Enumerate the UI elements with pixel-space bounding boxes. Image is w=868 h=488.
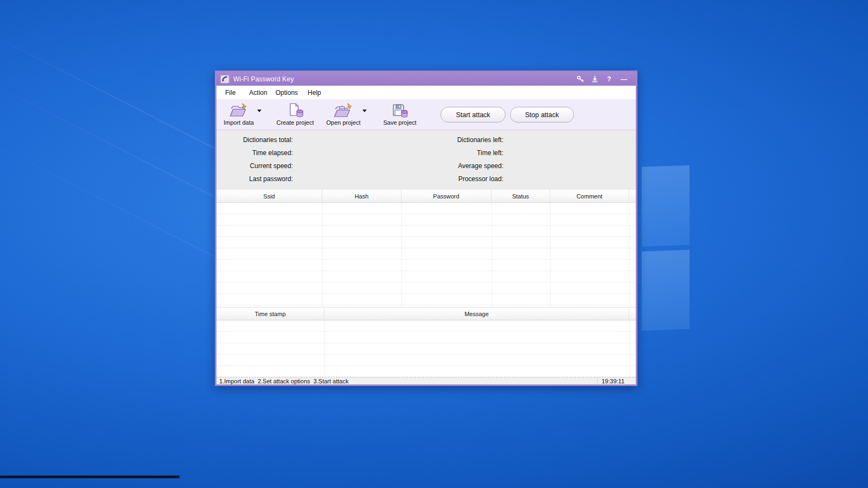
column-divider <box>492 203 492 307</box>
open-project-button[interactable]: Open project <box>326 101 361 126</box>
stop-attack-button[interactable]: Stop attack <box>510 107 574 123</box>
minimize-button[interactable]: — <box>620 75 628 84</box>
stat-label-processor-load: Processor load: <box>426 175 503 183</box>
open-project-dropdown[interactable] <box>361 102 368 119</box>
save-project-label: Save project <box>383 119 416 126</box>
log-header-message[interactable]: Message <box>324 307 629 320</box>
update-button[interactable] <box>591 75 598 84</box>
results-header-hash[interactable]: Hash <box>322 190 401 202</box>
open-project-label: Open project <box>327 119 361 126</box>
desktop: Wi-Fi Password Key ? — <box>0 0 868 488</box>
create-project-label: Create project <box>276 119 314 126</box>
log-table-body[interactable] <box>216 320 636 377</box>
key-icon <box>577 75 584 82</box>
column-divider <box>550 203 551 307</box>
results-table-header: Ssid Hash Password Status Comment <box>216 190 636 203</box>
stat-label-time-elapsed: Time elapsed: <box>216 149 293 157</box>
start-attack-button[interactable]: Start attack <box>441 107 506 123</box>
log-table: Time stamp Message <box>216 307 636 377</box>
status-bar: 1.Import data 2.Set attack options 3.Sta… <box>216 377 636 384</box>
stat-label-dictionaries-left: Dictionaries left: <box>426 136 503 144</box>
status-time: 19:39:11 <box>597 378 636 384</box>
column-divider <box>401 203 402 307</box>
window-title: Wi-Fi Password Key <box>233 75 294 83</box>
column-divider <box>629 320 630 377</box>
create-project-icon <box>286 101 304 118</box>
log-table-header: Time stamp Message <box>216 307 636 320</box>
log-header-stub <box>629 307 636 320</box>
menubar: File Action Options Help <box>216 86 636 99</box>
menu-item-action[interactable]: Action <box>249 87 267 98</box>
windows-logo-pane <box>642 249 690 331</box>
results-table-body[interactable] <box>216 203 636 307</box>
status-hint: 1.Import data 2.Set attack options 3.Sta… <box>216 378 348 384</box>
column-divider <box>322 203 323 307</box>
stat-label-average-speed: Average speed: <box>426 162 503 170</box>
save-project-button[interactable]: Save project <box>381 101 418 126</box>
menu-item-help[interactable]: Help <box>308 87 321 98</box>
app-window: Wi-Fi Password Key ? — <box>215 70 637 386</box>
create-project-button[interactable]: Create project <box>275 101 315 126</box>
titlebar[interactable]: Wi-Fi Password Key ? — <box>216 72 636 86</box>
import-data-dropdown[interactable] <box>256 102 263 119</box>
windows-logo-pane <box>642 165 690 247</box>
results-header-status[interactable]: Status <box>492 190 550 202</box>
stat-label-current-speed: Current speed: <box>216 162 293 170</box>
menu-item-file[interactable]: File <box>225 87 235 98</box>
results-header-password[interactable]: Password <box>401 190 492 202</box>
column-divider <box>324 320 325 377</box>
toolbar: Import data Create project <box>216 99 636 130</box>
taskbar-remnant <box>0 476 180 478</box>
import-data-icon <box>229 101 248 118</box>
results-header-ssid[interactable]: Ssid <box>216 190 322 202</box>
results-header-stub <box>629 190 636 202</box>
stat-label-last-password: Last password: <box>216 175 293 183</box>
results-header-comment[interactable]: Comment <box>550 190 629 202</box>
chevron-down-icon <box>362 110 367 112</box>
log-header-time-stamp[interactable]: Time stamp <box>216 307 324 320</box>
import-data-button[interactable]: Import data <box>222 101 256 126</box>
results-table: Ssid Hash Password Status Comment <box>216 190 636 307</box>
stats-panel: Dictionaries total: Dictionaries left: T… <box>216 130 636 190</box>
app-icon <box>220 75 229 84</box>
download-icon <box>591 75 598 83</box>
menu-item-options[interactable]: Options <box>276 87 298 98</box>
open-project-icon <box>333 101 354 118</box>
stat-label-time-left: Time left: <box>426 149 503 157</box>
help-button[interactable]: ? <box>605 75 613 84</box>
save-project-icon <box>391 101 409 118</box>
chevron-down-icon <box>257 110 261 112</box>
key-button[interactable] <box>576 75 584 84</box>
titlebar-buttons: ? — <box>576 75 632 84</box>
column-divider <box>629 203 630 307</box>
import-data-label: Import data <box>224 119 254 126</box>
stat-label-dictionaries-total: Dictionaries total: <box>216 136 293 144</box>
